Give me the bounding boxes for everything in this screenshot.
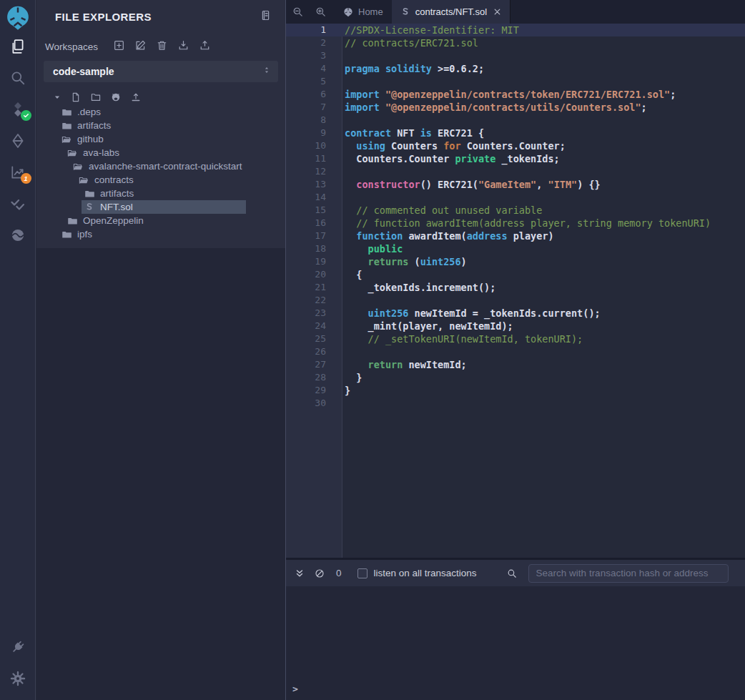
code-line-27[interactable]: 27 return newItemId;: [286, 358, 745, 371]
solidity-icon: [84, 202, 94, 212]
tree-item-avalanche-smart-contract-quickstart[interactable]: avalanche-smart-contract-quickstart: [36, 159, 285, 173]
sidebar-icon-deploy-and-run[interactable]: [0, 125, 36, 157]
download-workspace-icon[interactable]: [178, 40, 189, 54]
expand-terminal-icon[interactable]: [295, 568, 305, 578]
terminal-search-input[interactable]: [528, 564, 729, 583]
code-line-20[interactable]: 20 {: [286, 268, 745, 281]
tree-item-nft-sol[interactable]: NFT.sol: [36, 200, 285, 214]
code-line-4[interactable]: 4pragma solidity >=0.6.2;: [286, 62, 745, 75]
code-line-3[interactable]: 3: [286, 49, 745, 62]
zoom-out-button[interactable]: [286, 0, 309, 24]
terminal-panel: 0 listen on all transactions >: [286, 558, 745, 700]
code-line-23[interactable]: 23 uint256 newItemId = _tokenIds.current…: [286, 307, 745, 320]
panel-menu-icon[interactable]: [260, 9, 271, 24]
code-line-18[interactable]: 18 public: [286, 242, 745, 255]
code-line-9[interactable]: 9contract NFT is ERC721 {: [286, 127, 745, 139]
code-line-21[interactable]: 21 _tokenIds.increment();: [286, 281, 745, 294]
file-explorer-panel: FILE EXPLORERS Workspaces code-sample .d…: [36, 0, 286, 700]
sidebar-icon-file-explorer[interactable]: [0, 31, 36, 62]
restore-workspace-icon[interactable]: [199, 40, 210, 54]
delete-workspace-icon[interactable]: [157, 40, 167, 54]
code-line-2[interactable]: 2// contracts/ERC721.sol: [286, 36, 745, 49]
code-line-12[interactable]: 12: [286, 165, 745, 178]
remix-icon: [343, 7, 353, 17]
terminal-toolbar: 0 listen on all transactions: [286, 560, 745, 586]
code-lines: 1//SPDX-License-Identifier: MIT 2// cont…: [286, 24, 745, 410]
tree-controls: [36, 88, 285, 105]
tab-home-label: Home: [358, 6, 383, 17]
tree-item-ava-labs[interactable]: ava-labs: [36, 146, 285, 159]
code-line-5[interactable]: 5: [286, 75, 745, 88]
code-line-26[interactable]: 26: [286, 345, 745, 358]
workspace-selected-value: code-sample: [53, 66, 114, 77]
tree-item-openzeppelin[interactable]: OpenZeppelin: [36, 214, 285, 227]
new-folder-icon[interactable]: [91, 92, 101, 102]
tree-item-contracts[interactable]: contracts: [36, 173, 285, 187]
sidebar-icon-solidity-compiler[interactable]: [0, 94, 36, 125]
remix-logo-icon: [5, 5, 31, 31]
terminal-prompt: >: [286, 684, 745, 700]
folder-closed-icon: [84, 189, 94, 199]
code-line-19[interactable]: 19 returns (uint256): [286, 255, 745, 268]
code-line-11[interactable]: 11 Counters.Counter private _tokenIds;: [286, 152, 745, 165]
tab-home[interactable]: Home: [335, 0, 392, 24]
chevron-down-icon[interactable]: [54, 94, 61, 101]
tree-item-artifacts[interactable]: artifacts: [36, 187, 285, 200]
sidebar-icon-sourcify[interactable]: [0, 220, 36, 251]
clear-console-icon[interactable]: [315, 568, 325, 578]
caret-updown-icon: [262, 65, 271, 78]
sidebar-icons-bottom: [0, 631, 35, 694]
create-workspace-icon[interactable]: [114, 40, 124, 54]
close-tab-icon[interactable]: [493, 8, 501, 16]
sidebar-icon-plugin-manager[interactable]: [0, 631, 36, 663]
remix-ide-window: 1 FILE EXPLORERS Workspaces code-sample …: [0, 0, 745, 700]
listen-transactions-label: listen on all transactions: [374, 568, 477, 578]
code-line-24[interactable]: 24 _mint(player, newItemId);: [286, 320, 745, 332]
file-tree: .deps artifacts github ava-labs avalanch…: [36, 105, 285, 241]
workspace-select[interactable]: code-sample: [44, 61, 278, 82]
folder-open-icon: [73, 162, 83, 172]
workspaces-row: Workspaces: [36, 33, 285, 58]
sidebar-icon-unit-testing[interactable]: [0, 188, 36, 220]
terminal-output[interactable]: >: [286, 586, 745, 700]
new-file-icon[interactable]: [71, 92, 81, 102]
compiled-check-badge: [21, 110, 31, 121]
tree-item-artifacts[interactable]: artifacts: [36, 119, 285, 132]
tab-nft-sol[interactable]: contracts/NFT.sol: [392, 0, 510, 24]
code-line-17[interactable]: 17 function awardItem(address player): [286, 230, 745, 242]
tab-nft-label: contracts/NFT.sol: [415, 6, 487, 17]
tree-item-github[interactable]: github: [36, 132, 285, 146]
rename-workspace-icon[interactable]: [135, 40, 146, 54]
tree-item-ipfs[interactable]: ipfs: [36, 227, 285, 241]
code-line-15[interactable]: 15 // commented out unused variable: [286, 204, 745, 217]
code-line-7[interactable]: 7import "@openzeppelin/contracts/utils/C…: [286, 101, 745, 114]
folder-closed-icon: [61, 230, 71, 240]
panel-header: FILE EXPLORERS: [36, 0, 285, 33]
sidebar-icon-search[interactable]: [0, 62, 36, 94]
folder-open-icon: [67, 148, 77, 158]
sidebar-icon-settings[interactable]: [0, 663, 36, 694]
code-editor[interactable]: 1//SPDX-License-Identifier: MIT 2// cont…: [286, 24, 745, 558]
code-line-10[interactable]: 10 using Counters for Counters.Counter;: [286, 139, 745, 152]
code-line-8[interactable]: 8: [286, 114, 745, 127]
code-line-28[interactable]: 28 }: [286, 371, 745, 384]
tree-item--deps[interactable]: .deps: [36, 105, 285, 119]
code-line-14[interactable]: 14: [286, 191, 745, 204]
code-line-30[interactable]: 30: [286, 397, 745, 410]
icon-sidebar: 1: [0, 0, 36, 700]
listen-transactions-checkbox[interactable]: [357, 568, 367, 578]
code-line-29[interactable]: 29}: [286, 384, 745, 397]
tab-bar: Home contracts/NFT.sol: [286, 0, 745, 24]
code-line-6[interactable]: 6import "@openzeppelin/contracts/token/E…: [286, 88, 745, 101]
code-line-25[interactable]: 25 // _setTokenURI(newItemId, tokenURI);: [286, 332, 745, 345]
sidebar-icon-statistics[interactable]: 1: [0, 157, 36, 188]
upload-file-icon[interactable]: [131, 92, 141, 102]
editor-area: Home contracts/NFT.sol 1//SPDX-License-I…: [286, 0, 745, 558]
sidebar-icons-top: 1: [0, 31, 35, 251]
code-line-16[interactable]: 16 // function awardItem(address player,…: [286, 217, 745, 230]
code-line-22[interactable]: 22: [286, 294, 745, 307]
code-line-13[interactable]: 13 constructor() ERC721("GameItem", "ITM…: [286, 178, 745, 191]
code-line-1[interactable]: 1//SPDX-License-Identifier: MIT: [286, 24, 745, 36]
zoom-in-button[interactable]: [309, 0, 332, 24]
github-icon[interactable]: [111, 92, 121, 102]
